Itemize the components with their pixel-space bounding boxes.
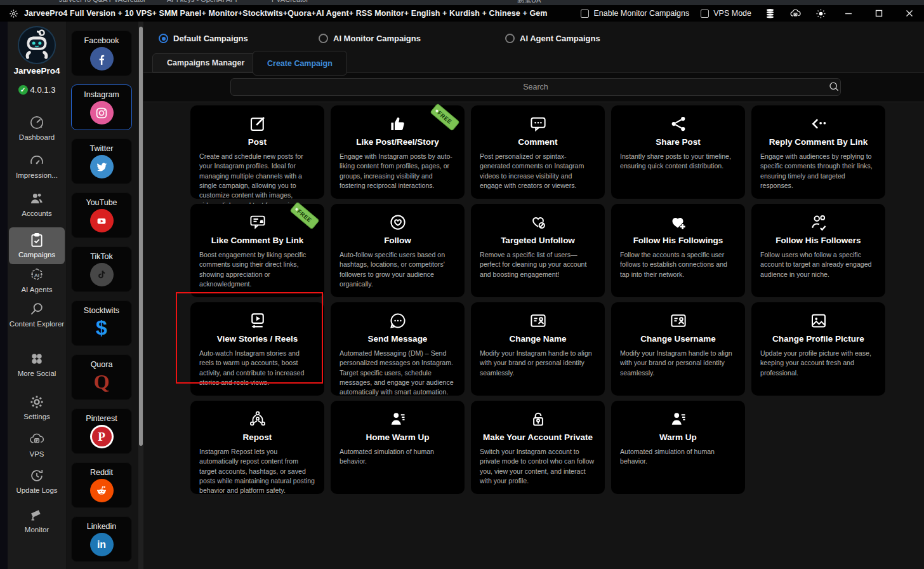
jarveepro-window: JarveePro Q&A PVACreator API keys - Open… — [0, 0, 924, 569]
card-description: Auto-follow specific users based on hash… — [340, 250, 456, 289]
card-description: Engage with audiences by replying to spe… — [760, 152, 876, 191]
sidebar-item-vps[interactable]: VPS — [8, 431, 66, 459]
campaign-card-view-stories-reels[interactable]: View Stories / ReelsAuto-watch Instagram… — [190, 302, 324, 396]
radio-icon[interactable] — [159, 34, 168, 43]
heart-plus-icon — [620, 212, 736, 232]
network-linkedin[interactable]: Linkedinin — [71, 516, 132, 562]
network-stocktwits[interactable]: Stocktwits$ — [71, 300, 132, 346]
database-icon[interactable] — [763, 6, 777, 20]
checkbox-icon[interactable] — [581, 10, 589, 18]
background-browser-tabs: JarveePro Q&A PVACreator API keys - Open… — [0, 0, 924, 5]
campaign-card-follow-his-followings[interactable]: Follow His FollowingsFollow the accounts… — [611, 204, 745, 297]
campaign-card-follow-his-followers[interactable]: Follow His FollowersFollow users who fol… — [751, 204, 885, 297]
tab-campaigns-manager[interactable]: Campaigns Manager — [152, 53, 259, 72]
sidebar-item-update-logs[interactable]: Update Logs — [8, 467, 66, 495]
maximize-button[interactable] — [869, 6, 888, 20]
version-badge: ✓ 4.0.1.3 — [8, 85, 66, 95]
campaign-card-repost[interactable]: RepostInstagram Repost lets you automati… — [190, 401, 324, 494]
search-input[interactable] — [230, 78, 841, 96]
svg-text:Ai: Ai — [34, 272, 39, 278]
pinterest-icon: P — [90, 425, 114, 448]
close-button[interactable] — [900, 6, 919, 20]
card-description: Switch your Instagram account to private… — [480, 447, 596, 486]
sidebar-item-more-social[interactable]: More Social — [8, 351, 66, 378]
network-youtube[interactable]: YouTube — [71, 192, 132, 238]
network-label: Stocktwits — [84, 306, 119, 315]
check-icon: ✓ — [18, 85, 28, 95]
sidebar-item-campaigns[interactable]: Campaigns — [9, 227, 65, 264]
campaign-card-share-post[interactable]: Share PostInstantly share posts to your … — [611, 105, 745, 199]
sidebar-item-content-explorer[interactable]: Content Explorer — [8, 301, 66, 328]
post-icon — [199, 114, 315, 134]
network-pinterest[interactable]: PinterestP — [71, 408, 132, 454]
enable-monitor-campaigns-checkbox[interactable]: Enable Monitor Campaigns — [581, 9, 689, 18]
app-icon — [9, 9, 18, 18]
sidebar-item-impression[interactable]: Impression... — [8, 152, 66, 180]
sidebar-item-settings[interactable]: Settings — [8, 394, 66, 421]
radio-default-campaigns[interactable]: Default Campaigns — [159, 34, 248, 43]
campaign-card-change-username[interactable]: Change UsernameModify your Instagram han… — [611, 302, 745, 396]
vps-cloud-icon[interactable] — [788, 6, 802, 20]
sidebar-item-ai-agents[interactable]: AiAI Agents — [8, 267, 66, 294]
scrollbar-thumb[interactable] — [139, 27, 143, 446]
sidebar-item-accounts[interactable]: Accounts — [8, 191, 66, 218]
radio-label: AI Agent Campaigns — [520, 34, 600, 43]
lock-icon — [480, 409, 596, 429]
card-title: Repost — [199, 432, 315, 442]
radio-ai-agent-campaigns[interactable]: AI Agent Campaigns — [505, 34, 600, 43]
instagram-icon — [90, 101, 114, 124]
sidebar-item-dashboard[interactable]: Dashboard — [8, 114, 66, 142]
card-title: Change Username — [620, 334, 736, 344]
radio-ai-monitor-campaigns[interactable]: AI Monitor Campaigns — [319, 34, 421, 43]
network-facebook[interactable]: Facebook — [71, 30, 132, 76]
campaign-card-change-profile-picture[interactable]: Change Profile PictureUpdate your profil… — [751, 302, 885, 396]
radio-icon[interactable] — [505, 34, 515, 43]
campaign-card-post[interactable]: PostCreate and schedule new posts for yo… — [190, 105, 324, 199]
network-tiktok[interactable]: TikTok — [71, 246, 132, 292]
minimize-button[interactable] — [839, 6, 858, 20]
network-label: Linkedin — [87, 522, 117, 531]
network-scrollbar[interactable] — [138, 22, 143, 569]
campaign-card-send-message[interactable]: Send MessageAutomated Messaging (DM) – S… — [331, 302, 465, 396]
card-description: Create and schedule new posts for your I… — [199, 152, 315, 210]
message-circle-icon — [340, 311, 456, 331]
radio-icon[interactable] — [319, 34, 328, 43]
sidebar-item-monitor[interactable]: Monitor — [8, 507, 66, 534]
network-reddit[interactable]: Reddit — [71, 462, 132, 508]
image-icon — [760, 311, 876, 331]
jarveepro-logo — [17, 25, 56, 65]
window-title: JarveePro4 Full Version + 10 VPS+ SMM Pa… — [24, 9, 548, 18]
campaign-card-like-comment-by-link[interactable]: Like Comment By LinkBoost engagement by … — [190, 204, 324, 297]
card-title: Share Post — [620, 137, 736, 147]
campaign-card-make-your-account-private[interactable]: Make Your Account PrivateSwitch your Ins… — [471, 401, 605, 494]
network-instagram[interactable]: Instagram — [71, 84, 132, 130]
campaign-card-targeted-unfollow[interactable]: Targeted UnfollowRemove a specific list … — [471, 204, 605, 297]
quora-q-icon: Q — [94, 371, 110, 392]
main-panel: Default CampaignsAI Monitor CampaignsAI … — [143, 22, 924, 569]
sidebar-item-label: Monitor — [25, 525, 49, 534]
campaign-card-comment[interactable]: CommentPost personalized or spintax-gene… — [471, 105, 605, 199]
card-title: Warm Up — [620, 432, 736, 442]
network-quora[interactable]: QuoraQ — [71, 354, 132, 400]
card-description: Automated simulation of human behavior. — [340, 447, 456, 467]
magnifier-icon — [29, 301, 45, 318]
app-name: JarveePro4 — [8, 66, 66, 76]
network-label: Reddit — [90, 468, 113, 477]
campaign-card-warm-up[interactable]: Warm UpAutomated simulation of human beh… — [611, 401, 745, 494]
vps-mode-checkbox[interactable]: VPS Mode — [701, 9, 751, 18]
campaign-card-like-post-reel-story[interactable]: Like Post/Reel/StoryEngage with Instagra… — [331, 105, 465, 199]
sidebar-item-label: VPS — [29, 450, 44, 459]
tab-create-campaign[interactable]: Create Campaign — [253, 51, 347, 76]
campaign-card-reply-comment-by-link[interactable]: Reply Comment By LinkEngage with audienc… — [751, 105, 885, 199]
campaign-card-follow[interactable]: FollowAuto-follow specific users based o… — [331, 204, 465, 297]
campaign-card-home-warm-up[interactable]: Home Warm UpAutomated simulation of huma… — [331, 401, 465, 494]
theme-sun-icon[interactable] — [814, 6, 828, 20]
card-description: Post personalized or spintax-generated c… — [480, 152, 596, 191]
checkbox-icon[interactable] — [701, 10, 709, 18]
campaign-card-change-name[interactable]: Change NameModify your Instagram handle … — [471, 302, 605, 396]
card-title: Reply Comment By Link — [760, 137, 876, 147]
clipboard-icon — [29, 232, 45, 248]
background-tab-4: 易笔UA — [517, 0, 541, 5]
network-twitter[interactable]: Twitter — [71, 138, 132, 184]
radio-label: AI Monitor Campaigns — [333, 34, 421, 43]
